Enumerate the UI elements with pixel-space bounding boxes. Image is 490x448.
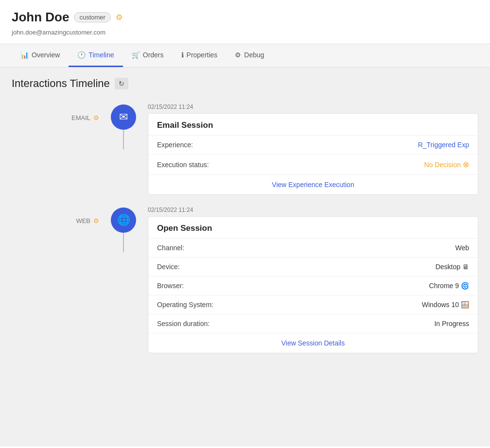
- execution-status-label: Execution status:: [157, 161, 209, 169]
- tabs-bar: 📊 Overview 🕐 Timeline 🛒 Orders ℹ Propert…: [0, 44, 490, 68]
- debug-icon: ⚙: [235, 51, 241, 59]
- desktop-icon: 🖥: [462, 263, 469, 271]
- session-duration-value: In Progress: [434, 320, 469, 327]
- browser-row: Browser: Chrome 9 🌀: [148, 276, 478, 295]
- timeline-item-web: WEB ⚙ 🌐 02/15/2022 11:24 Open Session: [12, 203, 478, 361]
- channel-value: Web: [455, 244, 469, 252]
- channel-label-field: Channel:: [157, 244, 184, 252]
- web-session-card: Open Session Channel: Web Device: Deskto…: [148, 216, 478, 353]
- content-area: Interactions Timeline ↻ EMAIL ⚙ ✉ 02/15/…: [0, 68, 490, 447]
- email-session-card: Email Session Experience: R_Triggered Ex…: [148, 113, 478, 195]
- tab-timeline[interactable]: 🕐 Timeline: [69, 44, 122, 67]
- experience-row: Experience: R_Triggered Exp: [148, 136, 478, 155]
- properties-icon: ℹ: [181, 51, 184, 59]
- timeline-container: EMAIL ⚙ ✉ 02/15/2022 11:24 Email Session: [12, 100, 478, 361]
- view-experience-row: View Experience Execution: [148, 175, 478, 194]
- timeline-item-email: EMAIL ⚙ ✉ 02/15/2022 11:24 Email Session: [12, 100, 478, 203]
- section-title: Interactions Timeline: [12, 77, 110, 90]
- web-session-icon: 🌐: [111, 207, 136, 233]
- timeline-line-1: [123, 130, 124, 149]
- execution-status-row: Execution status: No Decision ⊗: [148, 155, 478, 175]
- session-duration-label: Session duration:: [157, 320, 210, 327]
- web-channel-text: WEB: [76, 217, 90, 224]
- web-timestamp: 02/15/2022 11:24: [148, 203, 478, 216]
- refresh-button[interactable]: ↻: [115, 78, 128, 89]
- email-session-icon: ✉: [111, 104, 136, 130]
- timeline-icon: 🕐: [77, 51, 86, 59]
- os-row: Operating System: Windows 10 🪟: [148, 295, 478, 314]
- tab-properties-label: Properties: [187, 51, 218, 59]
- email-channel-gear-icon[interactable]: ⚙: [93, 114, 99, 121]
- user-email: john.doe@amazingcustomer.com: [12, 29, 478, 36]
- customer-badge: customer: [74, 12, 110, 22]
- orders-icon: 🛒: [132, 51, 140, 59]
- windows-icon: 🪟: [461, 301, 469, 309]
- browser-label: Browser:: [157, 282, 184, 290]
- experience-value[interactable]: R_Triggered Exp: [418, 141, 469, 149]
- overview-icon: 📊: [20, 51, 29, 59]
- device-value: Desktop 🖥: [436, 263, 469, 271]
- tab-orders-label: Orders: [143, 51, 164, 59]
- execution-status-value: No Decision ⊗: [424, 160, 469, 169]
- settings-icon[interactable]: ⚙: [116, 13, 122, 22]
- channel-email-label: EMAIL ⚙: [71, 114, 99, 121]
- page-header: John Doe customer ⚙ john.doe@amazingcust…: [0, 0, 490, 44]
- browser-value: Chrome 9 🌀: [429, 282, 469, 290]
- os-value: Windows 10 🪟: [422, 301, 469, 309]
- page-title: John Doe: [12, 10, 69, 25]
- os-label: Operating System:: [157, 301, 213, 309]
- tab-debug-label: Debug: [244, 51, 264, 59]
- view-session-row: View Session Details: [148, 333, 478, 353]
- email-session-title: Email Session: [157, 121, 469, 130]
- channel-web-label: WEB ⚙: [76, 217, 99, 224]
- channel-row: Channel: Web: [148, 239, 478, 258]
- tab-overview-label: Overview: [32, 51, 60, 59]
- email-channel-text: EMAIL: [71, 114, 90, 121]
- tab-timeline-label: Timeline: [88, 51, 114, 59]
- web-session-title: Open Session: [157, 224, 469, 233]
- timeline-line-2: [123, 233, 124, 252]
- session-duration-row: Session duration: In Progress: [148, 314, 478, 333]
- tab-overview[interactable]: 📊 Overview: [12, 44, 69, 67]
- view-experience-link[interactable]: View Experience Execution: [272, 181, 354, 189]
- view-session-link[interactable]: View Session Details: [281, 339, 345, 347]
- tab-properties[interactable]: ℹ Properties: [173, 44, 227, 67]
- no-decision-icon: ⊗: [463, 160, 469, 169]
- chrome-icon: 🌀: [461, 282, 469, 290]
- experience-label: Experience:: [157, 141, 193, 149]
- tab-debug[interactable]: ⚙ Debug: [226, 44, 273, 67]
- device-row: Device: Desktop 🖥: [148, 258, 478, 276]
- web-channel-gear-icon[interactable]: ⚙: [93, 217, 99, 224]
- tab-orders[interactable]: 🛒 Orders: [123, 44, 173, 67]
- email-timestamp: 02/15/2022 11:24: [148, 100, 478, 113]
- device-label: Device:: [157, 263, 180, 271]
